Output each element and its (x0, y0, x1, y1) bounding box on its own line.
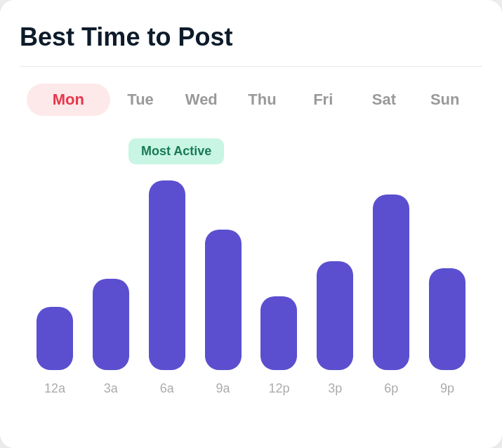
card: Best Time to Post MonTueWedThuFriSatSun … (0, 0, 502, 448)
chart-area: Most Active 12a3a6a9a12p3p6p9p (20, 138, 482, 428)
bar-9p (429, 268, 465, 370)
bar-6a (149, 180, 185, 370)
day-item-wed[interactable]: Wed (171, 91, 232, 109)
bar-group-12a (27, 307, 83, 370)
page-title: Best Time to Post (20, 22, 482, 52)
bar-group-12p (251, 296, 308, 370)
day-item-mon[interactable]: Mon (27, 84, 110, 116)
bar-12p (260, 296, 297, 370)
bar-12a (37, 307, 73, 370)
day-item-thu[interactable]: Thu (232, 91, 293, 109)
time-label-3p: 3p (307, 381, 363, 396)
bar-group-6p (363, 195, 419, 370)
time-label-12p: 12p (251, 381, 308, 396)
bar-group-6a (139, 180, 195, 370)
time-label-12a: 12a (27, 381, 83, 396)
day-item-sat[interactable]: Sat (354, 91, 415, 109)
bars-container (20, 145, 482, 370)
time-label-6p: 6p (363, 381, 419, 396)
day-item-tue[interactable]: Tue (110, 91, 171, 109)
days-row: MonTueWedThuFriSatSun (20, 84, 482, 116)
divider (20, 66, 482, 67)
bar-group-9p (419, 268, 475, 370)
day-item-fri[interactable]: Fri (293, 91, 354, 109)
bar-group-3p (307, 261, 363, 370)
bar-group-3a (83, 279, 139, 370)
time-label-3a: 3a (83, 381, 139, 396)
day-item-sun[interactable]: Sun (414, 91, 475, 109)
bar-9a (205, 230, 242, 370)
bar-3a (93, 279, 129, 370)
time-labels: 12a3a6a9a12p3p6p9p (20, 370, 482, 396)
bar-3p (317, 261, 353, 370)
most-active-label: Most Active (128, 138, 224, 164)
bar-6p (373, 195, 409, 370)
time-label-9a: 9a (195, 381, 251, 396)
time-label-9p: 9p (419, 381, 475, 396)
time-label-6a: 6a (139, 381, 195, 396)
bar-group-9a (195, 230, 251, 370)
